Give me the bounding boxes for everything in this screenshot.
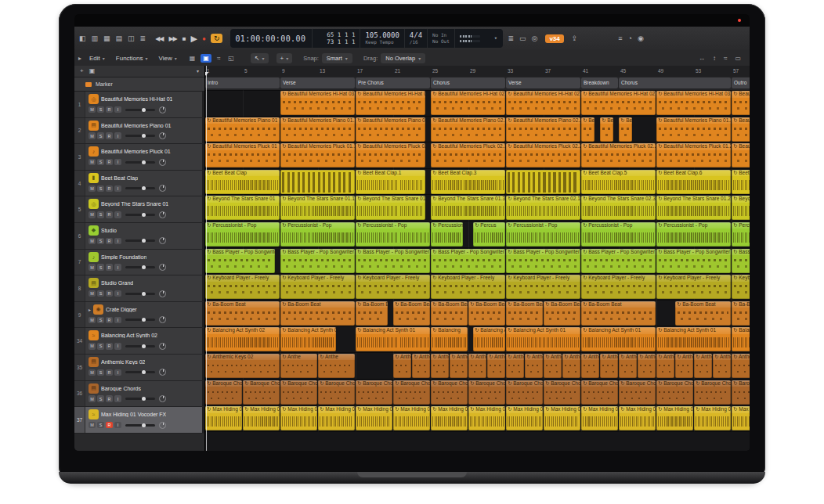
solo-button[interactable]: S <box>97 211 104 218</box>
region[interactable]: ↻ Ba-Boom Beat <box>506 301 543 326</box>
input-monitor-button[interactable]: I <box>114 185 121 193</box>
arrangement-marker[interactable]: Pre Chorus <box>356 77 430 88</box>
region[interactable]: ↻ Beautiful Memories Hi-Hat 03.1 <box>280 91 355 115</box>
region[interactable]: ↻ Be <box>619 117 632 142</box>
region[interactable]: ↻ Beautiful Memories Pluck 02.2 <box>506 143 580 167</box>
waveform-zoom-icon[interactable]: ≈ <box>721 54 729 63</box>
pan-knob[interactable] <box>159 132 166 139</box>
region[interactable]: ↻ Beyond The Stars Snare 02.1 <box>506 196 580 220</box>
region[interactable]: ↻ Beyond The Stars Snare 01 <box>205 196 280 220</box>
region[interactable]: ↻ Anthe <box>675 354 693 378</box>
arrangement-marker[interactable]: Outro <box>732 77 750 88</box>
pan-knob[interactable] <box>159 290 166 297</box>
region[interactable]: ↻ Percussionist - Pop <box>431 222 463 247</box>
arrangement-marker[interactable]: Chorus <box>619 77 731 88</box>
region[interactable]: ↻ Baroque Chords <box>431 380 468 405</box>
region[interactable]: ↻ Percussionist - Pop <box>205 222 280 247</box>
mute-button[interactable]: M <box>89 211 96 218</box>
volume-slider[interactable] <box>125 135 155 137</box>
track-header[interactable]: 2▤Beautiful Memories Piano 01MSRI <box>74 118 204 145</box>
list-editors-icon[interactable]: ≣ <box>508 34 514 42</box>
v-zoom-icon[interactable]: ↕ <box>710 54 718 63</box>
arrangement-marker[interactable]: Chorus <box>431 77 505 88</box>
solo-button[interactable]: S <box>97 290 104 297</box>
global-track-marker[interactable]: Marker <box>74 77 204 92</box>
region[interactable]: ↻ Beautiful Memories Piano 01.2 <box>656 117 731 142</box>
solo-button[interactable]: S <box>97 159 104 166</box>
mute-button[interactable]: M <box>89 132 96 139</box>
region[interactable]: ↻ Beyond The Stars Snare 01.1 <box>280 196 355 220</box>
region[interactable]: ↻ Max Hiding 01 V <box>280 406 317 430</box>
input-monitor-button[interactable]: I <box>114 369 121 376</box>
region[interactable]: ↻ Anthe <box>638 354 656 378</box>
solo-button[interactable]: S <box>97 238 104 245</box>
region[interactable]: ↻ Max Hiding 01 V <box>393 406 430 430</box>
region[interactable]: ↻ Anthe <box>656 354 674 378</box>
region[interactable]: ↻ Beet Beat Clap <box>205 170 280 194</box>
region[interactable]: ↻ Beyond The Stars Snare 02.3 <box>581 196 656 220</box>
mute-button[interactable]: M <box>89 343 96 350</box>
region[interactable]: ↻ Baroque Chords <box>506 380 543 405</box>
region[interactable]: ↻ Beautiful Memories Hi-Hat 02.2 <box>506 91 580 115</box>
solo-button[interactable]: S <box>97 264 104 271</box>
pan-knob[interactable] <box>159 422 166 429</box>
mute-button[interactable]: M <box>89 159 96 166</box>
pan-knob[interactable] <box>159 106 166 113</box>
volume-slider[interactable] <box>125 109 155 111</box>
region[interactable]: ↻ Beet Beat Cl <box>732 170 750 194</box>
mute-button[interactable]: M <box>89 238 96 245</box>
region[interactable]: ↻ Balancing Act Synth 01 <box>581 327 656 351</box>
region[interactable]: ↻ Percussionist - Pop <box>280 222 355 247</box>
region[interactable]: ↻ Baroque Chords <box>318 380 355 405</box>
region[interactable]: ↻ Ba-Boom Beat <box>468 301 505 326</box>
input-monitor-button[interactable]: I <box>114 106 121 113</box>
mute-button[interactable]: M <box>89 369 96 376</box>
region[interactable]: ↻ Baroque Chords <box>205 380 242 405</box>
region[interactable]: ↻ Baroque Chords <box>544 380 580 405</box>
toggle-library-icon[interactable]: ◧ <box>79 34 86 42</box>
region[interactable]: ↻ Bass Player - Pop Songwriter <box>581 249 656 273</box>
region[interactable]: ↻ Beet Beat Clap.1 <box>356 170 425 194</box>
region[interactable]: ↻ Max Hi <box>732 406 750 430</box>
record-enable-button[interactable]: R <box>106 395 113 402</box>
region[interactable]: ↻ Anthe <box>450 354 468 378</box>
region[interactable]: ↻ Percus <box>732 222 750 247</box>
region[interactable]: ↻ Beautiful Memories Hi-Hat 03.2 <box>656 91 731 115</box>
record-enable-button[interactable]: R <box>106 106 113 113</box>
region[interactable]: ↻ Ba-Boo <box>732 301 750 326</box>
pan-knob[interactable] <box>159 211 166 218</box>
track-header-options-button[interactable]: ▾ <box>197 67 199 75</box>
solo-button[interactable]: S <box>97 343 104 350</box>
region[interactable]: ↻ Baroque Chords <box>656 380 693 405</box>
stop-button[interactable]: ■ <box>183 35 186 42</box>
mute-button[interactable]: M <box>89 185 96 193</box>
region[interactable]: ↻ Balancing Act Synth 01 <box>506 327 580 351</box>
lcd-options-chevron-icon[interactable]: ▾ <box>491 35 501 41</box>
region[interactable]: ↻ Baroque C <box>732 380 750 405</box>
volume-slider[interactable] <box>125 239 155 242</box>
solo-button[interactable]: S <box>97 422 104 429</box>
region[interactable]: ↻ Baroque Chords <box>393 380 430 405</box>
region[interactable]: ↻ Beyond The Stars Snare 01.1 <box>356 196 425 220</box>
region[interactable]: ↻ Percussionist - Pop <box>356 222 430 247</box>
region[interactable]: ↻ Ba-Boom Beat <box>544 301 580 326</box>
solo-button[interactable]: S <box>97 106 104 113</box>
track-header[interactable]: 35▤Anthemic Keys 02MSRI <box>74 355 204 381</box>
region[interactable]: ↻ Anthe <box>506 354 524 378</box>
region[interactable]: ↻ Percussionist - Pop <box>656 222 731 247</box>
region[interactable]: ↻ Anthe <box>431 354 449 378</box>
input-monitor-button[interactable]: I <box>114 317 121 324</box>
region[interactable]: ↻ Keyboard Player - Freely <box>431 275 505 299</box>
track-header[interactable]: 1◎Beautiful Memories Hi-Hat 01MSRI <box>74 92 204 118</box>
region[interactable]: ↻ Beyond The Stars Snare 01.2 <box>656 196 731 220</box>
region[interactable]: ↻ Balancing Act <box>473 327 505 351</box>
region[interactable]: ↻ Beet Beat Clap.5 <box>581 170 656 194</box>
region[interactable]: ↻ Max Hiding 01 V <box>356 406 392 430</box>
input-monitor-button[interactable]: I <box>114 264 121 271</box>
region[interactable]: ↻ Baroque Chords <box>356 380 392 405</box>
pan-knob[interactable] <box>159 343 166 350</box>
track-header[interactable]: 34≈Balancing Act Synth 02MSRI <box>74 328 204 355</box>
record-enable-button[interactable]: R <box>106 317 113 324</box>
arrangement-marker[interactable]: Verse <box>506 77 580 88</box>
region[interactable]: ↻ Bass Player - Pop Songwriter <box>356 249 430 273</box>
